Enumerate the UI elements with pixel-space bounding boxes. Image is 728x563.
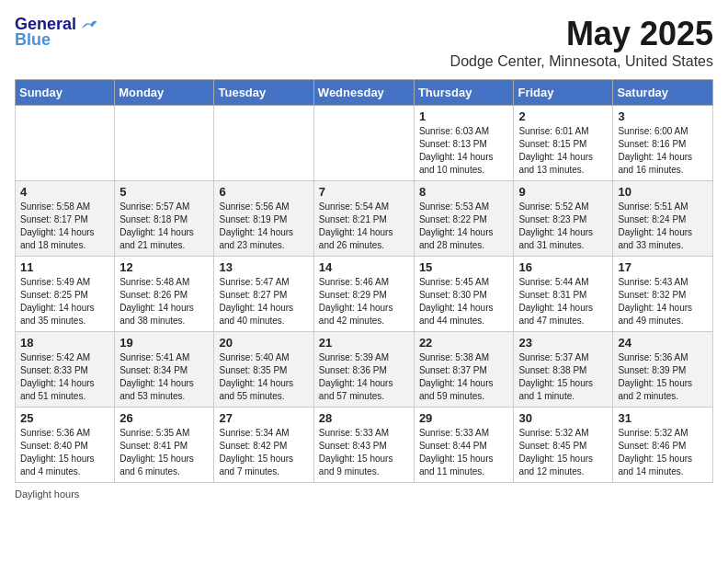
calendar-cell: 17Sunrise: 5:43 AM Sunset: 8:32 PM Dayli… — [613, 257, 713, 332]
day-number: 10 — [618, 185, 708, 199]
calendar-cell — [16, 106, 115, 181]
calendar-day-header: Monday — [115, 80, 214, 106]
day-number: 6 — [219, 185, 308, 199]
daylight-hours-label: Daylight hours — [15, 488, 79, 500]
calendar-cell: 28Sunrise: 5:33 AM Sunset: 8:43 PM Dayli… — [313, 408, 414, 483]
day-info: Sunrise: 5:41 AM Sunset: 8:34 PM Dayligh… — [119, 351, 209, 403]
calendar-cell — [313, 106, 414, 181]
calendar-cell: 31Sunrise: 5:32 AM Sunset: 8:46 PM Dayli… — [613, 408, 713, 483]
calendar-cell: 19Sunrise: 5:41 AM Sunset: 8:34 PM Dayli… — [115, 332, 214, 408]
day-number: 11 — [20, 260, 109, 274]
logo-bird-icon — [80, 17, 98, 32]
day-info: Sunrise: 5:34 AM Sunset: 8:42 PM Dayligh… — [219, 427, 308, 478]
calendar-cell: 7Sunrise: 5:54 AM Sunset: 8:21 PM Daylig… — [313, 181, 414, 257]
title-area: May 2025 Dodge Center, Minnesota, United… — [450, 15, 713, 70]
day-info: Sunrise: 5:57 AM Sunset: 8:18 PM Dayligh… — [119, 201, 209, 252]
day-number: 26 — [119, 411, 209, 425]
day-number: 16 — [518, 260, 608, 274]
day-number: 21 — [319, 336, 409, 350]
day-info: Sunrise: 5:42 AM Sunset: 8:33 PM Dayligh… — [20, 351, 109, 403]
day-number: 25 — [20, 411, 109, 425]
day-info: Sunrise: 5:48 AM Sunset: 8:26 PM Dayligh… — [119, 276, 209, 327]
day-info: Sunrise: 5:35 AM Sunset: 8:41 PM Dayligh… — [119, 427, 209, 478]
day-info: Sunrise: 5:40 AM Sunset: 8:35 PM Dayligh… — [219, 351, 308, 403]
day-info: Sunrise: 5:39 AM Sunset: 8:36 PM Dayligh… — [319, 351, 409, 403]
calendar-day-header: Saturday — [613, 80, 713, 106]
calendar-cell — [214, 106, 313, 181]
calendar-cell: 27Sunrise: 5:34 AM Sunset: 8:42 PM Dayli… — [214, 408, 313, 483]
day-number: 19 — [119, 336, 209, 350]
day-number: 24 — [618, 336, 708, 350]
day-info: Sunrise: 6:03 AM Sunset: 8:13 PM Dayligh… — [419, 125, 509, 177]
calendar-cell: 16Sunrise: 5:44 AM Sunset: 8:31 PM Dayli… — [514, 257, 613, 332]
day-info: Sunrise: 5:45 AM Sunset: 8:30 PM Dayligh… — [419, 276, 509, 327]
day-number: 7 — [319, 185, 409, 199]
calendar-cell: 9Sunrise: 5:52 AM Sunset: 8:23 PM Daylig… — [514, 181, 613, 257]
calendar-cell: 26Sunrise: 5:35 AM Sunset: 8:41 PM Dayli… — [115, 408, 214, 483]
day-info: Sunrise: 5:33 AM Sunset: 8:43 PM Dayligh… — [319, 427, 409, 478]
day-number: 14 — [319, 260, 409, 274]
logo-blue: Blue — [15, 30, 51, 49]
day-number: 30 — [518, 411, 608, 425]
day-number: 9 — [518, 185, 608, 199]
day-number: 4 — [20, 185, 109, 199]
calendar-week-row: 1Sunrise: 6:03 AM Sunset: 8:13 PM Daylig… — [16, 106, 713, 181]
calendar-day-header: Thursday — [414, 80, 514, 106]
calendar-cell: 11Sunrise: 5:49 AM Sunset: 8:25 PM Dayli… — [16, 257, 115, 332]
day-info: Sunrise: 5:53 AM Sunset: 8:22 PM Dayligh… — [419, 201, 509, 252]
calendar-table: SundayMondayTuesdayWednesdayThursdayFrid… — [15, 79, 713, 483]
calendar-cell: 1Sunrise: 6:03 AM Sunset: 8:13 PM Daylig… — [414, 106, 514, 181]
day-info: Sunrise: 5:44 AM Sunset: 8:31 PM Dayligh… — [518, 276, 608, 327]
day-number: 5 — [119, 185, 209, 199]
page-header: General Blue May 2025 Dodge Center, Minn… — [15, 15, 713, 70]
day-number: 8 — [419, 185, 509, 199]
calendar-day-header: Friday — [514, 80, 613, 106]
calendar-header-row: SundayMondayTuesdayWednesdayThursdayFrid… — [16, 80, 713, 106]
calendar-day-header: Tuesday — [214, 80, 313, 106]
day-number: 29 — [419, 411, 509, 425]
day-info: Sunrise: 6:01 AM Sunset: 8:15 PM Dayligh… — [518, 125, 608, 177]
calendar-cell: 25Sunrise: 5:36 AM Sunset: 8:40 PM Dayli… — [16, 408, 115, 483]
calendar-week-row: 4Sunrise: 5:58 AM Sunset: 8:17 PM Daylig… — [16, 181, 713, 257]
calendar-cell: 10Sunrise: 5:51 AM Sunset: 8:24 PM Dayli… — [613, 181, 713, 257]
day-number: 22 — [419, 336, 509, 350]
calendar-cell: 30Sunrise: 5:32 AM Sunset: 8:45 PM Dayli… — [514, 408, 613, 483]
calendar-week-row: 18Sunrise: 5:42 AM Sunset: 8:33 PM Dayli… — [16, 332, 713, 408]
calendar-cell: 14Sunrise: 5:46 AM Sunset: 8:29 PM Dayli… — [313, 257, 414, 332]
calendar-day-header: Wednesday — [313, 80, 414, 106]
day-info: Sunrise: 5:36 AM Sunset: 8:40 PM Dayligh… — [20, 427, 109, 478]
day-number: 20 — [219, 336, 308, 350]
day-info: Sunrise: 5:46 AM Sunset: 8:29 PM Dayligh… — [319, 276, 409, 327]
day-number: 23 — [518, 336, 608, 350]
day-info: Sunrise: 5:54 AM Sunset: 8:21 PM Dayligh… — [319, 201, 409, 252]
day-number: 27 — [219, 411, 308, 425]
day-info: Sunrise: 5:37 AM Sunset: 8:38 PM Dayligh… — [518, 351, 608, 403]
calendar-cell: 22Sunrise: 5:38 AM Sunset: 8:37 PM Dayli… — [414, 332, 514, 408]
day-info: Sunrise: 5:47 AM Sunset: 8:27 PM Dayligh… — [219, 276, 308, 327]
day-number: 3 — [618, 109, 708, 123]
calendar-day-header: Sunday — [16, 80, 115, 106]
calendar-cell: 18Sunrise: 5:42 AM Sunset: 8:33 PM Dayli… — [16, 332, 115, 408]
calendar-cell: 13Sunrise: 5:47 AM Sunset: 8:27 PM Dayli… — [214, 257, 313, 332]
calendar-cell: 12Sunrise: 5:48 AM Sunset: 8:26 PM Dayli… — [115, 257, 214, 332]
calendar-cell: 4Sunrise: 5:58 AM Sunset: 8:17 PM Daylig… — [16, 181, 115, 257]
logo: General Blue — [15, 15, 98, 50]
day-number: 18 — [20, 336, 109, 350]
day-info: Sunrise: 5:38 AM Sunset: 8:37 PM Dayligh… — [419, 351, 509, 403]
day-info: Sunrise: 5:36 AM Sunset: 8:39 PM Dayligh… — [618, 351, 708, 403]
day-info: Sunrise: 5:58 AM Sunset: 8:17 PM Dayligh… — [20, 201, 109, 252]
calendar-cell: 24Sunrise: 5:36 AM Sunset: 8:39 PM Dayli… — [613, 332, 713, 408]
calendar-cell: 3Sunrise: 6:00 AM Sunset: 8:16 PM Daylig… — [613, 106, 713, 181]
day-number: 1 — [419, 109, 509, 123]
day-info: Sunrise: 5:43 AM Sunset: 8:32 PM Dayligh… — [618, 276, 708, 327]
day-number: 2 — [518, 109, 608, 123]
calendar-cell: 8Sunrise: 5:53 AM Sunset: 8:22 PM Daylig… — [414, 181, 514, 257]
calendar-cell: 29Sunrise: 5:33 AM Sunset: 8:44 PM Dayli… — [414, 408, 514, 483]
day-info: Sunrise: 5:32 AM Sunset: 8:45 PM Dayligh… — [518, 427, 608, 478]
day-number: 12 — [119, 260, 209, 274]
day-info: Sunrise: 6:00 AM Sunset: 8:16 PM Dayligh… — [618, 125, 708, 177]
calendar-cell: 23Sunrise: 5:37 AM Sunset: 8:38 PM Dayli… — [514, 332, 613, 408]
day-number: 17 — [618, 260, 708, 274]
day-info: Sunrise: 5:33 AM Sunset: 8:44 PM Dayligh… — [419, 427, 509, 478]
calendar-week-row: 11Sunrise: 5:49 AM Sunset: 8:25 PM Dayli… — [16, 257, 713, 332]
